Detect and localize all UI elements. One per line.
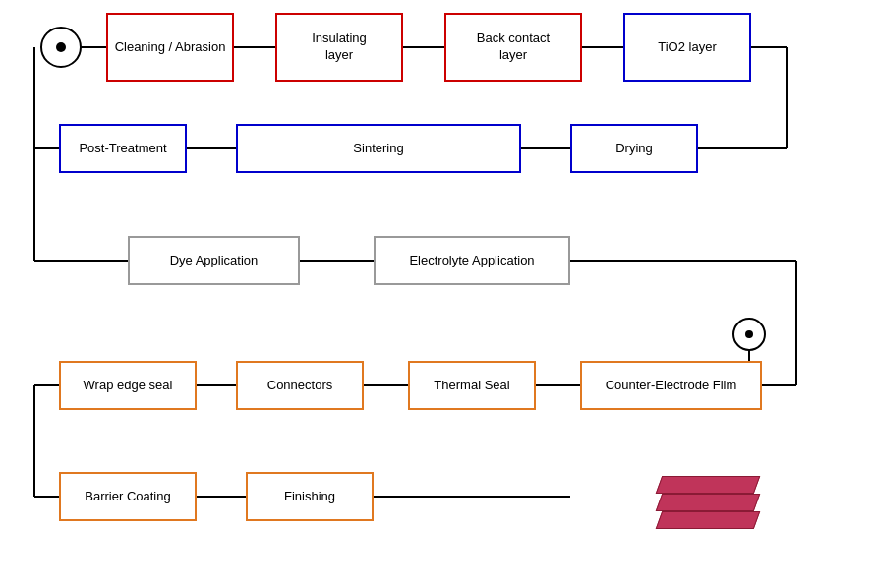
thermal-seal-box: Thermal Seal	[408, 361, 536, 410]
barrier-coating-box: Barrier Coating	[59, 472, 197, 521]
svg-point-24	[733, 319, 765, 350]
tio2-box: TiO2 layer	[623, 13, 751, 82]
finishing-box: Finishing	[246, 472, 374, 521]
electrolyte-box: Electrolyte Application	[374, 236, 570, 285]
counter-electrode-box: Counter-Electrode Film	[580, 361, 762, 410]
counter-electrode-label: Counter-Electrode Film	[606, 378, 737, 394]
sintering-box: Sintering	[236, 124, 521, 173]
svg-point-1	[56, 42, 66, 52]
process-flow-diagram: Cleaning / Abrasion Insulatinglayer Back…	[0, 0, 875, 588]
dye-app-label: Dye Application	[170, 253, 259, 269]
connectors-label: Connectors	[267, 378, 332, 394]
post-treatment-box: Post-Treatment	[59, 124, 187, 173]
sintering-label: Sintering	[353, 141, 403, 157]
wrap-edge-label: Wrap edge seal	[84, 378, 173, 394]
wrap-edge-box: Wrap edge seal	[59, 361, 197, 410]
thermal-seal-label: Thermal Seal	[434, 378, 509, 394]
insulating-label: Insulatinglayer	[312, 30, 367, 64]
cleaning-label: Cleaning / Abrasion	[115, 39, 226, 56]
cleaning-box: Cleaning / Abrasion	[106, 13, 234, 82]
dye-app-box: Dye Application	[128, 236, 300, 285]
svg-point-0	[41, 28, 81, 67]
barrier-coating-label: Barrier Coating	[85, 489, 170, 505]
post-treatment-label: Post-Treatment	[79, 141, 166, 157]
back-contact-label: Back contactlayer	[477, 30, 550, 64]
tio2-label: TiO2 layer	[658, 39, 716, 56]
back-contact-box: Back contactlayer	[444, 13, 582, 82]
insulating-box: Insulatinglayer	[275, 13, 403, 82]
product-layers-icon	[649, 452, 767, 551]
drying-label: Drying	[615, 141, 653, 157]
finishing-label: Finishing	[284, 489, 335, 505]
svg-point-25	[745, 330, 753, 338]
electrolyte-label: Electrolyte Application	[409, 253, 534, 269]
drying-box: Drying	[570, 124, 698, 173]
connectors-box: Connectors	[236, 361, 364, 410]
